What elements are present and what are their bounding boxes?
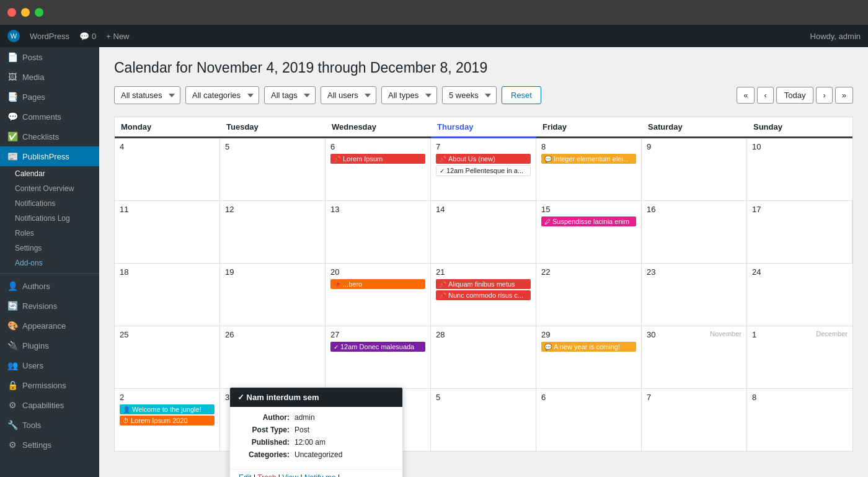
wp-logo[interactable]: W <box>7 30 20 42</box>
next-page-button[interactable]: › <box>816 87 832 104</box>
first-page-button[interactable]: « <box>737 87 755 104</box>
sidebar-item-permissions[interactable]: 🔒 Permissions <box>0 375 99 395</box>
site-name[interactable]: WordPress <box>30 32 69 41</box>
tags-filter[interactable]: All tags <box>264 86 316 104</box>
calendar-week-3: 18 19 20 📌 ...bero 21 📌 Aliquam finibus … <box>115 264 852 326</box>
sidebar-item-capabilities[interactable]: ⚙ Capabilities <box>0 395 99 415</box>
calendar-week-2: 11 12 13 14 15 🖊 Suspendisse lacinia eni… <box>115 201 852 264</box>
day-6-dec: 6 <box>536 389 642 451</box>
sidebar-item-add-ons[interactable]: Add-ons <box>0 256 99 270</box>
event-suspendisse[interactable]: 🖊 Suspendisse lacinia enim <box>541 216 636 226</box>
status-filter[interactable]: All statuses <box>114 86 180 104</box>
day-8-dec: 8 <box>747 389 852 451</box>
day-1-dec: 1December <box>747 326 852 388</box>
sidebar-item-notifications-log[interactable]: Notifications Log <box>0 211 99 226</box>
last-page-button[interactable]: » <box>835 87 853 104</box>
day-13-nov: 13 <box>326 201 431 263</box>
event-integer[interactable]: 💬 Integer elementum elei... <box>541 154 636 164</box>
sidebar-item-calendar[interactable]: Calendar <box>0 166 99 181</box>
pin-icon: 📌 <box>334 156 341 163</box>
day-14-nov: 14 <box>431 201 536 263</box>
sidebar-item-appearance[interactable]: 🎨 Appearance <box>0 316 99 336</box>
calendar-week-5: 2 👤 Welcome to the jungle! ⏱ Lorem Ipsum… <box>115 389 852 451</box>
comments-icon: 💬 <box>7 112 17 122</box>
sidebar-item-roles[interactable]: Roles <box>0 226 99 241</box>
sidebar-item-media[interactable]: 🖼 Media <box>0 67 99 87</box>
filters-row: All statuses All categories All tags All… <box>114 86 853 104</box>
sidebar-item-settings[interactable]: Settings <box>0 241 99 256</box>
reset-button[interactable]: Reset <box>502 86 541 104</box>
popup-trash-link[interactable]: Trash <box>257 473 276 477</box>
close-button[interactable] <box>7 8 16 17</box>
sidebar-item-content-overview[interactable]: Content Overview <box>0 181 99 196</box>
sidebar-item-posts[interactable]: 📄 Posts <box>0 47 99 67</box>
plugins-icon: 🔌 <box>7 341 17 350</box>
event-popup: ✓ Nam interdum sem Author: admin Post Ty… <box>229 387 403 477</box>
event-donec[interactable]: ✓ 12am Donec malesuada <box>330 342 425 352</box>
event-aliquam[interactable]: 📌 Aliquam finibus metus <box>436 279 531 289</box>
day-25-nov: 25 <box>115 326 220 388</box>
popup-notify-link[interactable]: Notify me <box>304 473 336 477</box>
sidebar-item-checklists[interactable]: ✅ Checklists <box>0 127 99 146</box>
tools-icon: 🔧 <box>7 420 17 430</box>
sidebar-item-comments[interactable]: 💬 Comments <box>0 107 99 127</box>
day-28-nov: 28 <box>431 326 536 388</box>
event-pellentesque[interactable]: ✓ 12am Pellentesque in a... <box>436 165 531 176</box>
day-22-nov: 22 <box>536 264 642 326</box>
calendar-week-1: 4 5 6 📌 Lorem Ipsum 7 📌 About Us (new) <box>115 138 852 201</box>
popup-edit-link[interactable]: Edit <box>239 473 252 477</box>
sidebar-item-authors[interactable]: 👤 Authors <box>0 276 99 296</box>
sidebar-item-settings2[interactable]: ⚙ Settings <box>0 435 99 455</box>
user-icon: 👤 <box>123 406 130 413</box>
sidebar-item-plugins[interactable]: 🔌 Plugins <box>0 336 99 355</box>
sidebar-item-users[interactable]: 👥 Users <box>0 355 99 375</box>
popup-categories-label: Categories: <box>239 450 294 459</box>
popup-type-value: Post <box>294 426 309 434</box>
event-newyear[interactable]: 💬 A new year is coming! <box>541 342 636 352</box>
sidebar-item-notifications[interactable]: Notifications <box>0 196 99 211</box>
day-7-dec: 7 <box>642 389 747 451</box>
types-filter[interactable]: All types <box>381 86 437 104</box>
event-about-us[interactable]: 📌 About Us (new) <box>436 154 531 164</box>
event-lorem2020[interactable]: ⏱ Lorem Ipsum 2020 <box>120 416 215 426</box>
prev-page-button[interactable]: ‹ <box>757 87 773 104</box>
day-4-nov: 4 <box>115 138 220 200</box>
day-18-nov: 18 <box>115 264 220 326</box>
event-bero[interactable]: 📌 ...bero <box>330 279 425 289</box>
event-lorem-ipsum[interactable]: 📌 Lorem Ipsum <box>330 154 425 164</box>
sidebar-item-pages[interactable]: 📑 Pages <box>0 87 99 107</box>
settings-icon: ⚙ <box>7 440 17 450</box>
comment-count[interactable]: 💬 0 <box>79 32 96 41</box>
weeks-filter[interactable]: 5 weeks <box>442 86 497 104</box>
popup-type-row: Post Type: Post <box>239 426 394 434</box>
minimize-button[interactable] <box>21 8 30 17</box>
maximize-button[interactable] <box>35 8 43 17</box>
popup-categories-value: Uncategorized <box>294 450 342 459</box>
day-29-nov: 29 💬 A new year is coming! <box>536 326 642 388</box>
calendar: Monday Tuesday Wednesday Thursday Friday… <box>114 117 853 452</box>
sidebar: 📄 Posts 🖼 Media 📑 Pages 💬 Comments ✅ Che… <box>0 47 99 477</box>
col-tuesday: Tuesday <box>220 117 326 136</box>
event-welcome[interactable]: 👤 Welcome to the jungle! <box>120 404 215 414</box>
sidebar-item-revisions[interactable]: 🔄 Revisions <box>0 296 99 316</box>
day-20-nov: 20 📌 ...bero <box>326 264 431 326</box>
new-link[interactable]: + New <box>106 32 129 41</box>
sidebar-item-tools[interactable]: 🔧 Tools <box>0 415 99 435</box>
day-15-nov: 15 🖊 Suspendisse lacinia enim <box>536 201 642 263</box>
popup-header: ✓ Nam interdum sem <box>230 388 402 407</box>
popup-published-row: Published: 12:00 am <box>239 438 394 447</box>
popup-view-link[interactable]: View <box>282 473 298 477</box>
clock-icon: ⏱ <box>123 417 129 424</box>
users-filter[interactable]: All users <box>321 86 376 104</box>
event-nunc[interactable]: 📌 Nunc commodo risus c... <box>436 290 531 300</box>
window-chrome <box>0 0 868 25</box>
col-saturday: Saturday <box>642 117 747 136</box>
authors-icon: 👤 <box>7 281 17 291</box>
popup-author-value: admin <box>294 413 315 422</box>
popup-actions: Edit | Trash | View | Notify me | <box>230 469 402 477</box>
sidebar-item-publishpress[interactable]: 📰 PublishPress <box>0 146 99 166</box>
users-icon: 👥 <box>7 360 17 370</box>
today-button[interactable]: Today <box>776 87 814 104</box>
category-filter[interactable]: All categories <box>185 86 259 104</box>
day-2-dec: 2 👤 Welcome to the jungle! ⏱ Lorem Ipsum… <box>115 389 220 451</box>
